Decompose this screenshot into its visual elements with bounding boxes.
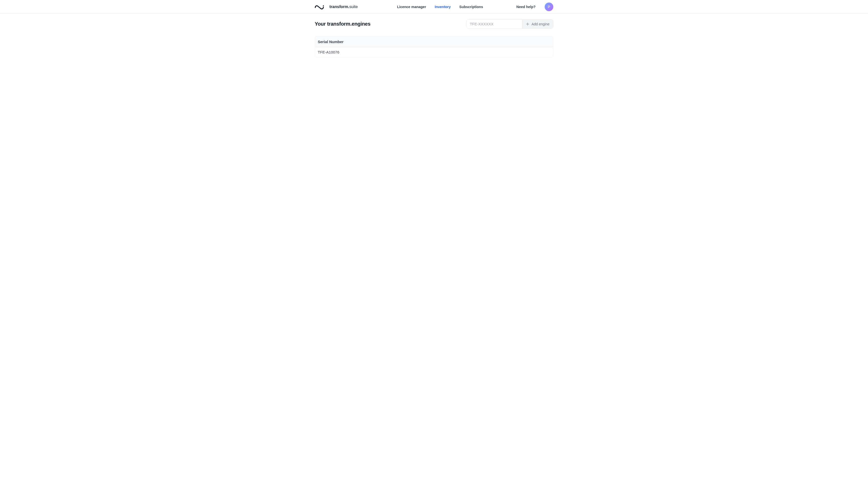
svg-point-0: [323, 5, 324, 6]
brand-name-bold: transform.: [329, 4, 349, 9]
brand-name-light: suite: [349, 4, 358, 9]
nav-licence-manager[interactable]: Licence manager: [397, 5, 426, 9]
add-engine-label: Add engine: [532, 22, 550, 26]
brand-block[interactable]: transform.suite: [315, 4, 358, 9]
table-cell-serial: TFE-A10076: [318, 50, 339, 54]
engines-table: Serial Number TFE-A10076: [315, 36, 553, 57]
nav-subscriptions[interactable]: Subscriptions: [459, 5, 483, 9]
logo-icon: [315, 4, 324, 9]
nav-inventory[interactable]: Inventory: [435, 5, 451, 9]
table-header-serial: Serial Number: [315, 37, 553, 47]
add-engine-button[interactable]: Add engine: [522, 19, 553, 28]
table-row[interactable]: TFE-A10076: [315, 47, 553, 57]
need-help-link[interactable]: Need help?: [516, 5, 536, 9]
avatar[interactable]: P: [545, 2, 553, 11]
brand-name: transform.suite: [329, 4, 358, 9]
add-engine-group: Add engine: [467, 19, 553, 29]
serial-number-input[interactable]: [467, 19, 522, 28]
main-nav: Licence manager Inventory Subscriptions: [397, 5, 483, 9]
plus-icon: [526, 22, 529, 26]
page-title: Your transform.engines: [315, 21, 371, 27]
avatar-initial: P: [548, 5, 550, 9]
